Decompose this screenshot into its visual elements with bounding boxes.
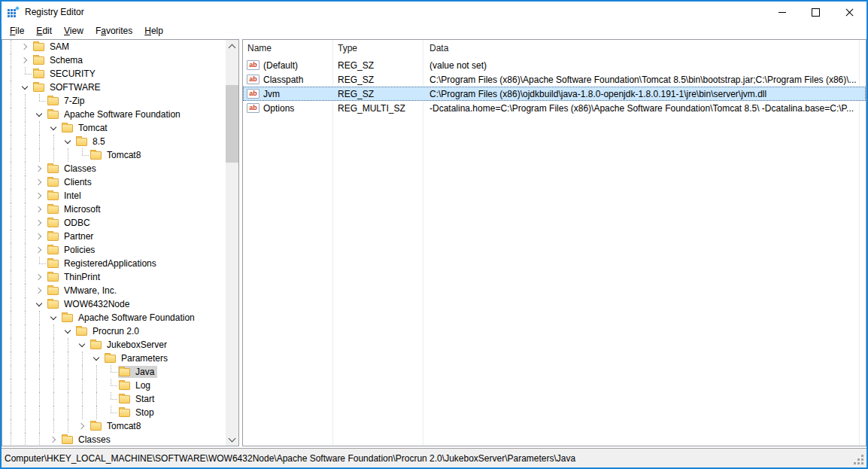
chevron-right-icon[interactable] xyxy=(32,230,47,243)
tree-node-intel[interactable]: Intel xyxy=(47,190,84,202)
tree-node-partner[interactable]: Partner xyxy=(47,230,96,242)
tree-node-java[interactable]: Java xyxy=(118,366,157,378)
tree-node-clients[interactable]: Clients xyxy=(47,176,95,188)
tree-node-apache-software-foundation[interactable]: Apache Software Foundation xyxy=(61,312,198,324)
tree-connector xyxy=(18,67,32,81)
column-header-type[interactable]: Type xyxy=(333,43,423,53)
tree-node-tomcat8[interactable]: Tomcat8 xyxy=(90,149,144,161)
tree-node-registeredapplications[interactable]: RegisteredApplications xyxy=(47,257,159,270)
tree-indent-guide xyxy=(4,162,18,175)
tree-node-label: SECURITY xyxy=(49,69,96,79)
tree-node-security[interactable]: SECURITY xyxy=(32,68,99,80)
chevron-down-icon[interactable] xyxy=(75,338,90,352)
tree-indent-guide xyxy=(32,338,47,352)
column-header-name[interactable]: Name xyxy=(243,43,333,53)
tree-node-label: WOW6432Node xyxy=(63,299,130,309)
chevron-right-icon[interactable] xyxy=(32,175,47,189)
tree-row: Classes xyxy=(2,433,226,446)
tree-node-software[interactable]: SOFTWARE xyxy=(32,81,104,93)
menu-file[interactable]: File xyxy=(4,23,30,38)
tree-node-sam[interactable]: SAM xyxy=(32,41,72,53)
chevron-glyph xyxy=(65,138,71,144)
minimize-button[interactable] xyxy=(765,2,799,23)
menu-edit[interactable]: Edit xyxy=(30,23,58,38)
tree-node-microsoft[interactable]: Microsoft xyxy=(47,203,104,215)
tree-node-classes[interactable]: Classes xyxy=(61,434,114,446)
maximize-button[interactable] xyxy=(799,2,833,23)
tree-node-wow6432node[interactable]: WOW6432Node xyxy=(47,298,132,310)
scrollbar-down-button[interactable] xyxy=(226,433,238,446)
chevron-down-icon[interactable] xyxy=(61,324,75,338)
tree-indent-guide xyxy=(18,243,32,257)
menu-favorites[interactable]: Favorites xyxy=(90,23,138,38)
tree-indent-guide xyxy=(32,406,47,419)
folder-icon xyxy=(76,138,87,146)
chevron-right-icon[interactable] xyxy=(32,270,47,284)
maximize-icon xyxy=(812,8,820,17)
scrollbar-up-button[interactable] xyxy=(226,40,238,53)
value-name: Jvm xyxy=(263,89,280,99)
tree-node-parameters[interactable]: Parameters xyxy=(104,352,171,364)
tree-indent-guide xyxy=(18,162,32,175)
resize-grip[interactable] xyxy=(861,462,863,464)
tree-node-tomcat[interactable]: Tomcat xyxy=(61,122,111,134)
chevron-right-icon[interactable] xyxy=(32,243,47,257)
chevron-right-icon[interactable] xyxy=(47,433,61,446)
value-row-default[interactable]: ab(Default)REG_SZ(value not set) xyxy=(243,58,866,72)
chevron-right-icon[interactable] xyxy=(32,162,47,175)
chevron-down-icon[interactable] xyxy=(90,352,104,365)
tree-row: Java xyxy=(2,365,226,379)
folder-icon xyxy=(47,287,59,295)
chevron-right-icon[interactable] xyxy=(75,419,90,433)
chevron-right-icon[interactable] xyxy=(32,216,47,230)
menu-view[interactable]: View xyxy=(58,23,90,38)
tree-node-jukeboxserver[interactable]: JukeboxServer xyxy=(90,339,170,351)
tree-node-label: Start xyxy=(135,394,155,404)
value-name: Classpath xyxy=(263,75,303,85)
tree-node-start[interactable]: Start xyxy=(118,393,157,405)
chevron-right-icon[interactable] xyxy=(32,189,47,203)
chevron-right-icon[interactable] xyxy=(18,40,32,53)
title-bar[interactable]: Registry Editor xyxy=(2,2,866,23)
chevron-down-icon[interactable] xyxy=(18,81,32,94)
tree-node-thinprint[interactable]: ThinPrint xyxy=(47,271,103,283)
menu-help[interactable]: Help xyxy=(138,23,169,38)
chevron-right-icon[interactable] xyxy=(32,203,47,216)
close-button[interactable] xyxy=(833,2,866,23)
scrollbar-thumb[interactable] xyxy=(226,85,238,163)
column-header-data[interactable]: Data xyxy=(423,43,866,53)
folder-icon xyxy=(90,422,102,431)
value-row-options[interactable]: abOptionsREG_MULTI_SZ-Dcatalina.home=C:\… xyxy=(243,101,866,115)
chevron-down-icon[interactable] xyxy=(47,121,61,135)
tree-node-tomcat8[interactable]: Tomcat8 xyxy=(90,420,144,432)
chevron-down-icon[interactable] xyxy=(32,108,47,121)
tree-indent-guide xyxy=(47,379,61,392)
tree-indent-guide xyxy=(61,365,75,379)
chevron-glyph xyxy=(35,193,41,199)
chevron-right-icon[interactable] xyxy=(32,284,47,297)
chevron-down-icon[interactable] xyxy=(47,311,61,324)
tree-scrollbar[interactable] xyxy=(226,40,238,446)
folder-icon xyxy=(33,56,44,65)
tree-node-stop[interactable]: Stop xyxy=(118,407,157,419)
chevron-glyph xyxy=(79,341,85,347)
value-row-jvm[interactable]: abJvmREG_SZC:\Program Files (x86)\ojdkbu… xyxy=(243,87,866,101)
tree-node-procrun-2-0[interactable]: Procrun 2.0 xyxy=(75,325,142,337)
chevron-right-icon[interactable] xyxy=(18,53,32,67)
tree-node-classes[interactable]: Classes xyxy=(47,163,99,175)
chevron-down-icon[interactable] xyxy=(32,297,47,311)
chevron-glyph xyxy=(22,84,28,90)
chevron-down-icon[interactable] xyxy=(61,135,75,148)
value-row-classpath[interactable]: abClasspathREG_SZC:\Program Files (x86)\… xyxy=(243,72,866,87)
tree-node-7-zip[interactable]: 7-Zip xyxy=(47,95,87,107)
tree-node-odbc[interactable]: ODBC xyxy=(47,217,93,229)
tree-node-vmware-inc[interactable]: VMware, Inc. xyxy=(47,285,120,297)
tree-node-apache-software-foundation[interactable]: Apache Software Foundation xyxy=(47,108,184,120)
tree-indent-guide xyxy=(90,365,104,379)
tree-node-schema[interactable]: Schema xyxy=(32,54,86,66)
tree-connector xyxy=(104,406,118,419)
tree-node-log[interactable]: Log xyxy=(118,379,153,391)
tree-indent-guide xyxy=(32,433,47,446)
tree-node-8-5[interactable]: 8.5 xyxy=(75,136,108,148)
tree-node-policies[interactable]: Policies xyxy=(47,244,98,256)
